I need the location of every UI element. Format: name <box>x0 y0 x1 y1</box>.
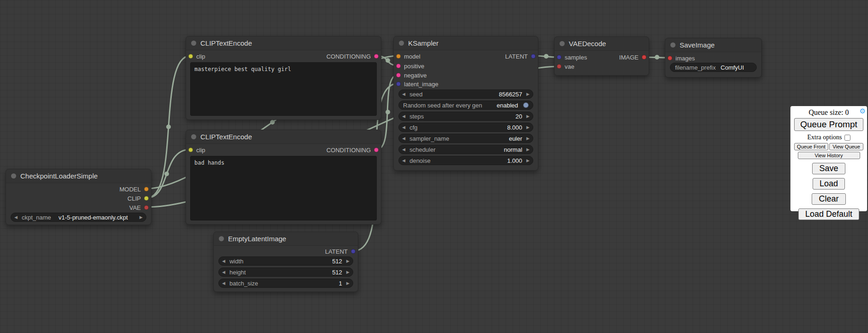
node-title-bar[interactable]: KSampler <box>394 36 538 50</box>
slot-label-conditioning: CONDITIONING <box>326 147 371 154</box>
increment-icon[interactable]: ▶ <box>526 114 530 119</box>
positive-prompt-textarea[interactable]: masterpiece best quality girl <box>190 62 377 116</box>
widget-label: Random seed after every gen <box>403 102 482 109</box>
vae-input-port[interactable] <box>557 64 561 69</box>
load-default-button[interactable]: Load Default <box>798 208 859 220</box>
node-save-image[interactable]: SaveImage images filename_prefix ComfyUI <box>665 38 762 77</box>
queue-prompt-button[interactable]: Queue Prompt <box>794 118 863 131</box>
conditioning-output-port[interactable] <box>374 148 379 152</box>
node-title: CheckpointLoaderSimple <box>20 172 98 180</box>
decrement-icon[interactable]: ◀ <box>402 114 405 119</box>
graph-canvas[interactable]: CheckpointLoaderSimple MODEL CLIP VAE ◀ … <box>0 0 868 333</box>
increment-icon[interactable]: ▶ <box>346 259 350 263</box>
decrement-icon[interactable]: ◀ <box>402 148 405 152</box>
comfyui-menu-panel: Queue size: 0 ⚙ Queue Prompt Extra optio… <box>790 106 867 211</box>
view-history-button[interactable]: View History <box>798 152 860 159</box>
sampler-name-widget[interactable]: ◀ sampler_name euler ▶ <box>398 134 533 143</box>
clip-input-port[interactable] <box>188 54 193 59</box>
node-status-dot <box>11 173 16 178</box>
node-title-bar[interactable]: SaveImage <box>665 38 761 52</box>
conditioning-output-port[interactable] <box>374 54 379 59</box>
settings-gear-icon[interactable]: ⚙ <box>860 107 866 115</box>
vae-output-port[interactable] <box>144 205 149 210</box>
decrement-icon[interactable]: ◀ <box>222 270 225 274</box>
increment-icon[interactable]: ▶ <box>346 281 350 285</box>
latent-output-port[interactable] <box>351 249 356 254</box>
image-output-port[interactable] <box>642 55 646 59</box>
seed-widget[interactable]: ◀ seed 8566257 ▶ <box>398 89 533 99</box>
negative-prompt-textarea[interactable]: bad hands <box>190 156 377 220</box>
increment-icon[interactable]: ▶ <box>526 159 530 163</box>
decrement-icon[interactable]: ◀ <box>402 137 405 141</box>
clip-input-port[interactable] <box>188 148 193 152</box>
decrement-icon[interactable]: ◀ <box>222 259 225 263</box>
widget-value: 1.000 <box>430 157 522 164</box>
queue-front-button[interactable]: Queue Front <box>794 143 828 150</box>
link-midpoint-dot <box>166 125 171 129</box>
view-queue-button[interactable]: View Queue <box>829 143 863 150</box>
increment-icon[interactable]: ▶ <box>139 215 143 220</box>
increment-icon[interactable]: ▶ <box>346 270 350 274</box>
decrement-icon[interactable]: ◀ <box>222 281 225 285</box>
height-widget[interactable]: ◀ height 512 ▶ <box>218 268 353 277</box>
images-input-port[interactable] <box>668 56 672 60</box>
node-title-bar[interactable]: CLIPTextEncode <box>186 36 381 50</box>
slot-label-clip: clip <box>196 147 205 154</box>
node-status-dot <box>560 41 565 46</box>
increment-icon[interactable]: ▶ <box>526 125 530 130</box>
node-vae-decode[interactable]: VAEDecode samples IMAGE vae <box>554 36 649 76</box>
increment-icon[interactable]: ▶ <box>526 92 530 96</box>
node-checkpoint-loader[interactable]: CheckpointLoaderSimple MODEL CLIP VAE ◀ … <box>6 169 151 225</box>
extra-options-checkbox[interactable] <box>844 135 850 141</box>
save-button[interactable]: Save <box>812 163 845 174</box>
model-input-port[interactable] <box>396 54 401 59</box>
width-widget[interactable]: ◀ width 512 ▶ <box>218 256 353 266</box>
node-empty-latent-image[interactable]: EmptyLatentImage LATENT ◀ width 512 ▶ ◀ … <box>213 232 358 292</box>
model-output-port[interactable] <box>144 187 149 191</box>
negative-input-port[interactable] <box>396 73 401 77</box>
toggle-on-dot[interactable] <box>523 102 529 108</box>
random-seed-toggle-widget[interactable]: Random seed after every gen enabled <box>398 101 533 110</box>
latent-output-port[interactable] <box>531 54 536 59</box>
ckpt-name-widget[interactable]: ◀ ckpt_name v1-5-pruned-emaonly.ckpt ▶ <box>11 213 146 222</box>
increment-icon[interactable]: ▶ <box>526 148 530 152</box>
widget-value: enabled <box>482 102 518 109</box>
cfg-widget[interactable]: ◀ cfg 8.000 ▶ <box>398 123 533 132</box>
batch-size-widget[interactable]: ◀ batch_size 1 ▶ <box>218 279 353 288</box>
node-title-bar[interactable]: EmptyLatentImage <box>214 232 358 246</box>
link-midpoint-dot <box>386 110 390 114</box>
link-midpoint-dot <box>270 120 275 125</box>
slot-label-vae: vae <box>565 63 574 70</box>
clip-output-port[interactable] <box>144 196 149 201</box>
node-title-bar[interactable]: CheckpointLoaderSimple <box>6 169 151 183</box>
decrement-icon[interactable]: ◀ <box>402 92 405 96</box>
decrement-icon[interactable]: ◀ <box>402 125 405 130</box>
node-title: CLIPTextEncode <box>200 133 252 141</box>
scheduler-widget[interactable]: ◀ scheduler normal ▶ <box>398 145 533 154</box>
node-title-bar[interactable]: VAEDecode <box>555 37 649 51</box>
link-midpoint-dot <box>544 54 549 59</box>
node-title: SaveImage <box>680 41 715 49</box>
slot-label-images: images <box>675 55 695 62</box>
load-button[interactable]: Load <box>813 178 845 190</box>
node-clip-text-encode-positive[interactable]: CLIPTextEncode clip CONDITIONING masterp… <box>186 36 381 120</box>
node-clip-text-encode-negative[interactable]: CLIPTextEncode clip CONDITIONING bad han… <box>186 130 381 225</box>
decrement-icon[interactable]: ◀ <box>14 215 18 220</box>
denoise-widget[interactable]: ◀ denoise 1.000 ▶ <box>398 156 533 165</box>
node-title: EmptyLatentImage <box>228 235 286 243</box>
filename-prefix-widget[interactable]: filename_prefix ComfyUI <box>670 63 757 72</box>
slot-label-model: MODEL <box>120 186 141 193</box>
samples-input-port[interactable] <box>557 55 561 59</box>
node-ksampler[interactable]: KSampler model LATENT positive negative … <box>393 36 538 171</box>
slot-label-conditioning: CONDITIONING <box>326 53 371 60</box>
link-midpoint-dot <box>655 55 659 59</box>
node-title-bar[interactable]: CLIPTextEncode <box>186 130 381 144</box>
latent-image-input-port[interactable] <box>396 82 401 86</box>
positive-input-port[interactable] <box>396 64 401 68</box>
widget-value: 8.000 <box>417 124 522 131</box>
increment-icon[interactable]: ▶ <box>526 137 530 141</box>
node-status-dot <box>191 41 196 46</box>
clear-button[interactable]: Clear <box>812 193 845 205</box>
steps-widget[interactable]: ◀ steps 20 ▶ <box>398 112 533 121</box>
decrement-icon[interactable]: ◀ <box>402 159 405 163</box>
